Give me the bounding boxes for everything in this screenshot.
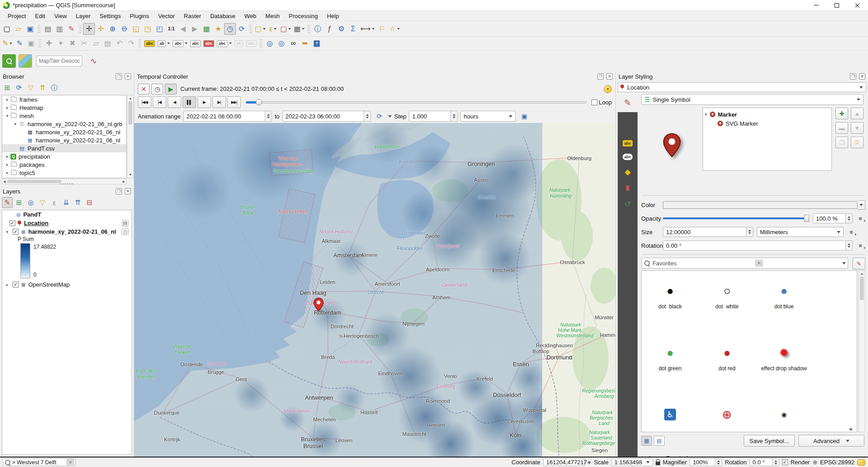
browser-item-precipitation[interactable]: ▸Qprecipitation (2, 152, 126, 160)
orange-arrow-icon[interactable]: ➥ (299, 38, 311, 49)
maximize-button[interactable] (826, 0, 847, 10)
loop-checkbox[interactable] (591, 99, 597, 105)
new-print-layout-icon[interactable]: ▤ (42, 23, 54, 35)
collapse-all-icon[interactable]: ⇈ (37, 82, 48, 93)
new-bookmark-icon[interactable]: ☆ (388, 23, 401, 35)
favorites-dropdown[interactable] (842, 262, 846, 264)
zoom-to-selection-icon[interactable]: ◳ (142, 23, 154, 35)
size-unit-combo[interactable]: Millimeters (757, 227, 844, 237)
browser-item-harmonie_xy_2022-02-21_06_nl[interactable]: ▩harmonie_xy_2022-02-21_06_nl (2, 128, 126, 136)
favorite-symbol-dot-white[interactable]: ○dot white (699, 271, 755, 333)
filter-expression-icon[interactable]: ε (49, 197, 60, 208)
current-edits-icon[interactable]: ✎ (1, 38, 14, 49)
zoom-to-layer-icon[interactable]: ◰ (154, 23, 165, 35)
style-manager-button[interactable]: ✎ (853, 258, 865, 269)
manage-themes-icon[interactable]: ◎ (25, 197, 36, 208)
crs-value[interactable]: EPSG:28992 (820, 459, 854, 466)
add-group-icon[interactable]: ⊞ (14, 197, 24, 208)
pan-to-selection-icon[interactable]: ✛ (95, 23, 107, 35)
zoom-full-icon[interactable]: ◱ (130, 23, 142, 35)
tab-history-icon[interactable]: ↺ (624, 200, 630, 208)
size-override-button[interactable]: ≡ (846, 227, 856, 236)
layer-row-osm[interactable]: ▸ ✓ ▩ OpenStreetMap (2, 280, 131, 289)
label-conflicts-icon[interactable]: abc (202, 38, 216, 49)
redo-icon[interactable]: ↷ (125, 38, 137, 49)
menu-raster[interactable]: Raster (180, 12, 205, 20)
rotation-input[interactable]: 0.00 ° (663, 241, 853, 250)
magnifier-input[interactable]: 100% (690, 458, 722, 466)
locator-clear-icon[interactable]: ✕ (66, 459, 75, 466)
filter-browser-icon[interactable]: ▽ (25, 82, 36, 93)
step-forward-button[interactable]: ▶ (197, 96, 211, 108)
collapse-all-layers-icon[interactable]: ⇈ (72, 197, 83, 208)
save-symbol-button[interactable]: Save Symbol... (744, 435, 795, 447)
browser-close-icon[interactable]: ✕ (125, 73, 131, 80)
remove-layer-icon[interactable]: ⊟ (84, 197, 95, 208)
move-up-button[interactable]: ▲ (851, 108, 863, 119)
rotation-override-button[interactable]: ≡ (855, 241, 865, 250)
advanced-button[interactable]: Advanced (798, 435, 864, 447)
maptiler-icon[interactable] (19, 54, 32, 68)
size-input[interactable]: 12.00000 (663, 227, 753, 237)
scale-combo[interactable]: 1:1563498 (611, 458, 653, 466)
favorites-scrollbar[interactable]: ▲ (859, 270, 865, 432)
tab-3d-view-icon[interactable]: ◆ (624, 167, 630, 177)
tab-labels-icon[interactable]: abc (623, 140, 633, 146)
temporal-close-icon[interactable]: ✕ (606, 73, 613, 80)
mesh-visibility-checkbox[interactable]: ✓ (13, 229, 19, 235)
fast-forward-button[interactable]: ▶▶| (227, 96, 241, 108)
menu-help[interactable]: Help (323, 12, 343, 20)
temporal-off-button[interactable]: ✕ (138, 84, 150, 94)
move-label-icon[interactable]: abc (216, 38, 233, 49)
styling-float-icon[interactable]: ❐ (850, 73, 856, 80)
expand-all-icon[interactable]: ⇊ (61, 197, 71, 208)
save-edits-icon[interactable]: ▣ (25, 38, 37, 49)
bookmarks-icon[interactable]: ★ (212, 23, 224, 35)
tab-symbology-icon[interactable]: ✎ (618, 93, 638, 112)
save-project-icon[interactable]: ▣ (24, 23, 36, 35)
menu-project[interactable]: Project (4, 12, 30, 20)
filter-legend-icon[interactable]: ▽ (37, 197, 48, 208)
previous-frame-button[interactable]: |◀ (153, 96, 166, 108)
browser-item-mesh[interactable]: ▾mesh (2, 112, 126, 120)
symbol-tree-marker-row[interactable]: ▾ Marker (705, 110, 830, 119)
symbol-tree-svg-row[interactable]: SVG Marker (705, 119, 830, 128)
opacity-override-button[interactable]: ≡ (855, 214, 865, 223)
pan-map-icon[interactable]: ✛ (83, 23, 95, 35)
timeline-slider-handle[interactable] (256, 99, 262, 105)
toggle-editing-icon[interactable]: ✎ (14, 38, 25, 49)
list-view-button[interactable]: ▤ (654, 436, 665, 446)
browser-item-packages[interactable]: ▸packages (2, 160, 126, 169)
pause-button[interactable]: ▌▌ (183, 96, 196, 108)
lock-color-button[interactable]: ⚿ (851, 137, 863, 148)
menu-edit[interactable]: Edit (31, 12, 49, 20)
menu-layer[interactable]: Layer (72, 12, 95, 20)
favorite-symbol-dot-black[interactable]: ●dot black (642, 271, 699, 333)
deselect-features-icon[interactable]: ▢ (279, 23, 292, 35)
menu-web[interactable]: Web (240, 12, 261, 20)
grid-dropdown[interactable] (849, 429, 853, 431)
paste-features-icon[interactable]: ▤ (102, 38, 113, 49)
styling-close-icon[interactable]: ✕ (859, 73, 865, 80)
rewind-button[interactable]: |◀◀ (138, 96, 151, 108)
browser-item-Heatmap[interactable]: ▸Heatmap (2, 104, 126, 112)
measure-icon[interactable]: ⟷ (359, 23, 376, 35)
change-label-icon[interactable]: abc (245, 38, 258, 49)
messages-icon[interactable]: ⋯ (857, 459, 865, 466)
zoom-native-icon[interactable]: 1:1 (165, 23, 177, 35)
undo-icon[interactable]: ↶ (113, 38, 125, 49)
style-manager-icon[interactable]: ✎ (66, 23, 77, 35)
refresh-browser-icon[interactable]: ⟳ (14, 82, 24, 93)
identify-features-icon[interactable]: ⓘ (312, 23, 324, 35)
browser-float-icon[interactable]: ❐ (116, 73, 122, 80)
layer-labeling-icon[interactable]: abc (143, 38, 156, 49)
maptiler-geocoding-input[interactable] (36, 56, 82, 66)
favorite-symbol-dot-blue[interactable]: ●dot blue (755, 271, 812, 333)
refresh-range-icon[interactable]: ⟳ (374, 111, 385, 122)
binoculars-icon[interactable]: ∞ (287, 38, 299, 49)
temporal-float-icon[interactable]: ❐ (597, 73, 604, 80)
temporal-fixed-range-button[interactable]: ◷ (151, 84, 163, 94)
mesh-temporal-icon[interactable]: ◷ (122, 228, 129, 235)
renderer-combo[interactable]: ☰ Single Symbol (641, 94, 863, 105)
layers-close-icon[interactable]: ✕ (125, 188, 131, 194)
